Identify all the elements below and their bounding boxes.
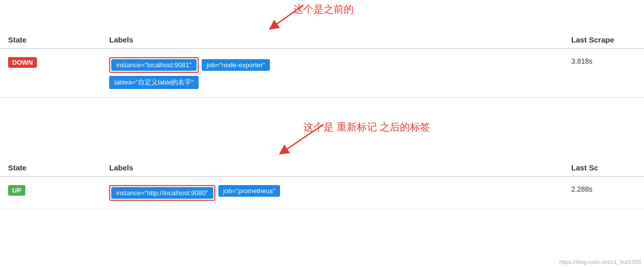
watermark: https://blog.csdn.net/u1_huli1993 <box>560 259 641 265</box>
top-col-last-scrape: Last Scrape <box>563 35 644 44</box>
down-badge: DOWN <box>8 57 37 68</box>
top-col-state: State <box>0 35 101 44</box>
top-annotation-area: 这个是之前的 <box>0 0 644 30</box>
top-annotation-text: 这个是之前的 <box>293 3 354 16</box>
top-row-labels: instance="localhost:9081" job="node-expo… <box>101 55 563 91</box>
bottom-table: State Labels Last Sc UP instance="http:/… <box>0 158 644 209</box>
bottom-annotation-area: 这个是 重新标记 之后的标签 <box>0 118 644 158</box>
spacer <box>0 98 644 108</box>
bottom-annotation-text: 这个是 重新标记 之后的标签 <box>303 120 430 134</box>
bottom-row-last-scrape: 2.288s <box>563 183 644 195</box>
bottom-row-state: UP <box>0 183 101 198</box>
bottom-table-header: State Labels Last Sc <box>0 158 644 177</box>
top-col-labels: Labels <box>101 35 563 44</box>
top-section: 这个是之前的 State Labels Last Scrape DOWN <box>0 0 644 98</box>
screenshot-container: 这个是之前的 State Labels Last Scrape DOWN <box>0 0 644 267</box>
top-table-row: DOWN instance="localhost:9081" job="node… <box>0 49 644 98</box>
bottom-label-instance: instance="http://localhost:9080" <box>111 187 213 199</box>
top-row-state: DOWN <box>0 55 101 70</box>
bottom-table-row: UP instance="http://localhost:9080" job=… <box>0 177 644 209</box>
bottom-row-labels: instance="http://localhost:9080" job="pr… <box>101 183 563 203</box>
bottom-highlight-box: instance="http://localhost:9080" <box>109 185 215 201</box>
top-label-lablea: lablea="自定义lable的名字" <box>109 76 199 89</box>
bottom-label-job: job="prometheus" <box>218 185 281 197</box>
top-row-last-scrape: 3.818s <box>563 55 644 67</box>
bottom-col-state: State <box>0 163 101 172</box>
top-highlight-box: instance="localhost:9081" <box>109 57 199 73</box>
top-table: State Labels Last Scrape DOWN instance="… <box>0 30 644 98</box>
top-label-job: job="node-exporter" <box>202 59 270 71</box>
top-table-header: State Labels Last Scrape <box>0 30 644 49</box>
bottom-section: 这个是 重新标记 之后的标签 State Labels Last Sc UP i… <box>0 118 644 209</box>
bottom-col-last-scrape: Last Sc <box>563 163 644 172</box>
bottom-col-labels: Labels <box>101 163 563 172</box>
top-label-instance: instance="localhost:9081" <box>111 59 197 71</box>
up-badge: UP <box>8 185 25 196</box>
